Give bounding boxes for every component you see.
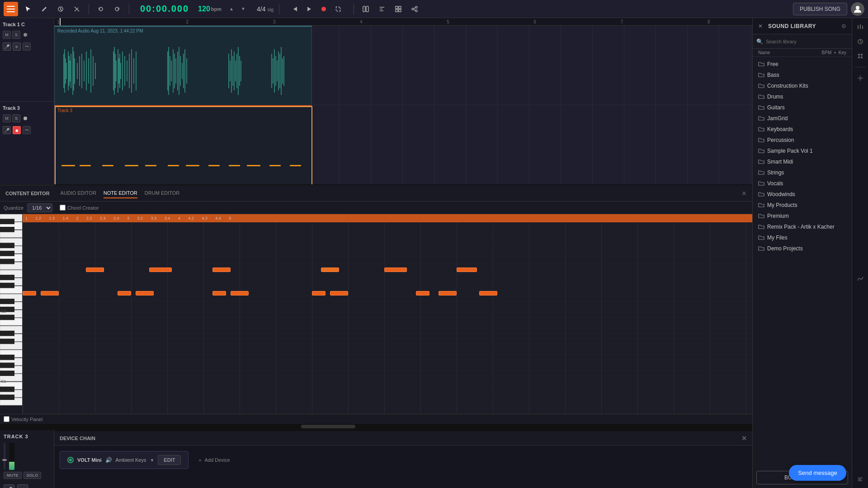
library-item[interactable]: My Files [753,232,852,243]
chord-creator-checkbox[interactable] [60,205,66,211]
library-item[interactable]: Vocals [753,178,852,189]
piano-roll-note[interactable] [86,267,104,272]
track1-audio-clip[interactable]: Recorded Audio Aug 11, 2023, 1:44:22 PM [54,26,312,105]
library-item[interactable]: Remix Pack - Artik x Kacher [753,221,852,232]
piano-roll-note[interactable] [231,291,249,296]
track3-mute-button[interactable]: M [3,114,11,122]
menu-button[interactable] [4,2,18,16]
piano-roll-note[interactable] [41,291,59,296]
user-avatar[interactable] [851,2,864,16]
track3-mic-button[interactable]: 🎤 [3,126,11,134]
piano-roll-note[interactable] [212,267,231,272]
clock-tool-button[interactable] [54,3,67,15]
library-close-icon[interactable]: ✕ [758,23,763,29]
quantize-select[interactable]: 1/16 1/8 1/4 [27,203,52,212]
undo-button[interactable] [94,3,107,15]
library-item[interactable]: Construction Kits [753,80,852,91]
skip-back-button[interactable] [288,3,301,15]
scrollbar-thumb[interactable] [301,425,355,428]
library-item[interactable]: Strings [753,167,852,178]
note-editor-scrollbar[interactable] [0,424,752,429]
cut-tool-button[interactable] [71,3,83,15]
velocity-panel-checkbox[interactable] [4,416,9,422]
settings-icon-right[interactable] [855,73,866,84]
library-item[interactable]: Sample Pack Vol 1 [753,145,852,156]
track1-solo-button[interactable]: S [12,31,20,39]
note-editor-tab[interactable]: NOTE EDITOR [104,188,137,198]
volume-fader-track[interactable] [4,443,5,470]
piano-roll-note[interactable] [212,291,226,296]
device-edit-button[interactable]: EDIT [158,455,181,465]
send-message-button[interactable]: Send message [789,465,846,481]
device-chain-close-button[interactable]: ✕ [741,435,747,442]
plugin-icon[interactable] [855,51,866,61]
bpm-down-button[interactable]: ▼ [237,3,250,15]
piano-roll-note[interactable] [330,291,348,296]
drum-editor-tab[interactable]: DRUM EDITOR [145,188,179,198]
piano-roll-note[interactable] [149,267,172,272]
library-item[interactable]: Bass [753,70,852,80]
snap-button[interactable] [359,3,372,15]
library-item[interactable]: Drums [753,91,852,102]
svg-rect-188 [0,339,14,344]
piano-roll-note[interactable] [416,291,429,296]
select-tool-button[interactable] [22,3,34,15]
library-item[interactable]: My Products [753,200,852,211]
piano-roll-note[interactable] [457,267,477,272]
track3-drum-icon-bottom[interactable]: ■ [17,484,28,488]
share-button[interactable] [408,3,421,15]
track3-volume-knob[interactable] [24,117,27,120]
track3-drum-button[interactable]: ■ [13,126,21,134]
search-input[interactable] [766,39,848,44]
piano-roll-note[interactable] [321,267,339,272]
instrument-icon[interactable] [855,36,866,47]
library-item[interactable]: Woodwinds [753,189,852,200]
library-item[interactable]: Demo Projects [753,243,852,254]
track1-mute-button[interactable]: M [3,31,11,39]
piano-roll-note[interactable] [439,291,457,296]
piano-roll-note[interactable] [118,291,131,296]
library-item[interactable]: Premium [753,211,852,221]
track3-midi-clip[interactable]: Track 3 [54,105,312,184]
loop-button[interactable] [332,3,344,15]
track1-wave-button[interactable]: 〜 [23,42,31,51]
automation-icon[interactable] [855,273,866,284]
library-item[interactable]: Percussion [753,135,852,145]
redo-button[interactable] [111,3,123,15]
track1-volume-knob[interactable] [24,33,27,37]
sample-icon[interactable] [855,474,866,484]
piano-roll-note[interactable] [136,291,154,296]
publish-button[interactable]: PUBLISH SONG [793,3,847,15]
piano-roll-note[interactable] [312,291,326,296]
align-button[interactable] [376,3,388,15]
piano-roll-note[interactable] [23,291,36,296]
library-item[interactable]: Free [753,59,852,70]
track3-solo-button[interactable]: S [12,114,20,122]
library-item[interactable]: Keyboards [753,124,852,135]
track1-mic-button[interactable]: 🎤 [3,42,11,51]
bpm-up-button[interactable]: ▲ [225,3,238,15]
track3-mute-btn-bottom[interactable]: MUTE [4,472,22,479]
sound-library: ✕ SOUND LIBRARY ⚙ 🔍 Name BPM • Key Free [752,18,852,488]
grid-button[interactable] [392,3,405,15]
piano-roll-note[interactable] [479,291,497,296]
volume-fader-thumb[interactable] [2,459,7,461]
add-device-button[interactable]: ＋ Add Device [194,453,233,467]
library-item[interactable]: Guitars [753,102,852,113]
library-item-name: Remix Pack - Artik x Kacher [767,224,835,230]
track1-fx-button[interactable]: ≡ [13,42,21,51]
track3-mic-icon-bottom[interactable]: 🎤 [4,484,14,488]
record-button[interactable] [317,3,330,15]
pencil-tool-button[interactable] [38,3,51,15]
track3-solo-btn-bottom[interactable]: SOLO [24,472,42,479]
library-item[interactable]: JamGrid [753,113,852,124]
mixer-icon[interactable] [855,22,866,33]
play-button[interactable] [303,3,316,15]
library-item[interactable]: Smart Midi [753,156,852,167]
piano-roll-note[interactable] [384,267,407,272]
audio-editor-tab[interactable]: AUDIO EDITOR [61,188,96,198]
device-power-button[interactable] [67,457,74,463]
library-settings-icon[interactable]: ⚙ [841,23,846,29]
editor-close-button[interactable]: ✕ [741,190,747,197]
track3-wave-button[interactable]: 〜 [23,126,31,134]
